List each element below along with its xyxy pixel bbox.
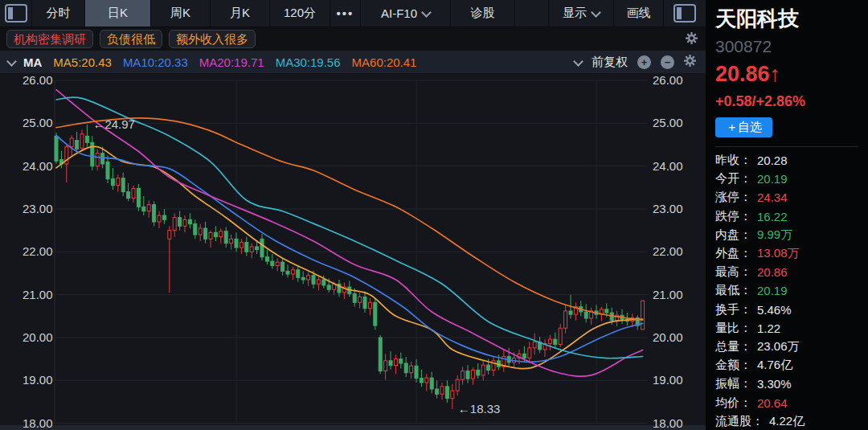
- stat-label: 最低：: [715, 283, 751, 298]
- svg-text:18.00: 18.00: [23, 416, 53, 430]
- stat-label: 最高：: [715, 264, 751, 280]
- quote-side-panel: 天阳科技 300872 20.86↑ +0.58/+2.86% ＋自选 昨收：2…: [706, 0, 868, 430]
- stat-row: 今开：20.19: [715, 170, 868, 188]
- svg-text:19.00: 19.00: [653, 373, 683, 387]
- stat-row: 跌停：16.22: [715, 207, 868, 226]
- adjust-mode-selector[interactable]: 前复权: [592, 55, 628, 70]
- tab-daily-k[interactable]: 日K: [85, 0, 151, 27]
- stat-value: 1.22: [757, 321, 780, 335]
- stat-value: 4.22亿: [769, 414, 805, 429]
- display-options-button[interactable]: 显示: [548, 0, 614, 27]
- zoom-in-icon[interactable]: +: [637, 55, 651, 69]
- stat-value: 9.99万: [757, 227, 792, 243]
- ellipsis-icon: •••: [337, 6, 354, 20]
- ma5-legend: MA5:20.43: [53, 55, 112, 69]
- stat-value: 20.19: [757, 284, 788, 297]
- svg-text:22.00: 22.00: [23, 244, 53, 258]
- stat-row: 换手：5.46%: [715, 301, 868, 319]
- stat-value: 16.22: [757, 210, 788, 223]
- ma30-legend: MA30:19.56: [276, 55, 341, 69]
- tab-120min[interactable]: 120分: [270, 0, 330, 27]
- chevron-down-icon[interactable]: [573, 56, 583, 67]
- stat-value: 23.06万: [757, 339, 800, 354]
- svg-text:25.00: 25.00: [23, 116, 53, 129]
- stat-label: 换手：: [715, 302, 751, 317]
- stat-row: 内盘：9.99万: [715, 226, 868, 244]
- stat-label: 总量：: [715, 339, 751, 354]
- stat-row: 均价：20.64: [715, 393, 868, 412]
- kline-chart-canvas[interactable]: 26.0026.0025.0025.0024.0024.0023.0023.00…: [0, 72, 706, 430]
- stat-row: 金额：4.76亿: [715, 356, 868, 375]
- stat-label: 今开：: [715, 171, 751, 186]
- svg-text:19.00: 19.00: [23, 373, 53, 387]
- stat-value: 13.08万: [757, 246, 800, 261]
- stat-value: 24.34: [757, 190, 788, 204]
- stat-value: 3.30%: [757, 377, 792, 391]
- tab-weekly-k[interactable]: 周K: [151, 0, 211, 27]
- collapse-left-panel-button[interactable]: [0, 0, 32, 27]
- svg-text:20.00: 20.00: [23, 330, 53, 344]
- tab-minute-chart[interactable]: 分时: [32, 0, 85, 27]
- tags-settings-gear-icon[interactable]: [686, 32, 698, 47]
- stat-label: 昨收：: [715, 153, 751, 168]
- svg-text:22.00: 22.00: [653, 244, 683, 258]
- ai-f10-button[interactable]: AI-F10: [361, 0, 451, 27]
- ma-legend-bar: MA MA5:20.43 MA10:20.33 MA20:19.71 MA30:…: [0, 51, 706, 73]
- chart-region: 分时 日K 周K 月K 120分 ••• AI-F10 诊股 显示 画线: [0, 0, 706, 430]
- stat-label: 外盘：: [715, 246, 751, 261]
- svg-text:←18.33: ←18.33: [458, 402, 501, 416]
- stat-value: 20.86: [757, 265, 788, 279]
- stat-label: 流通股：: [715, 414, 764, 429]
- svg-text:21.00: 21.00: [23, 288, 53, 301]
- svg-text:25.00: 25.00: [653, 116, 683, 129]
- ma10-legend: MA10:20.33: [123, 55, 188, 69]
- chart-settings-gear-icon[interactable]: [684, 55, 696, 69]
- tag-low-debt[interactable]: 负债很低: [100, 30, 162, 48]
- tag-extra-income[interactable]: 额外收入很多: [169, 30, 256, 48]
- stat-label: 振幅：: [715, 376, 751, 391]
- stock-name: 天阳科技: [715, 5, 868, 33]
- svg-text:24.00: 24.00: [23, 159, 53, 173]
- stat-label: 涨停：: [715, 190, 751, 205]
- svg-text:23.00: 23.00: [653, 202, 683, 215]
- chevron-down-icon: [421, 7, 432, 18]
- diagnose-stock-button[interactable]: 诊股: [451, 0, 515, 27]
- svg-text:26.00: 26.00: [23, 73, 53, 87]
- stat-row: 涨停：24.34: [715, 188, 868, 207]
- divider: [715, 146, 858, 147]
- tab-monthly-k[interactable]: 月K: [211, 0, 270, 27]
- kline-chart[interactable]: 26.0026.0025.0025.0024.0024.0023.0023.00…: [0, 72, 706, 430]
- stats-list: 昨收：20.28今开：20.19涨停：24.34跌停：16.22内盘：9.99万…: [715, 151, 868, 430]
- panel-toggle-icon: [674, 4, 696, 23]
- stat-row: 最高：20.86: [715, 263, 868, 281]
- stat-row: 最低：20.19: [715, 281, 868, 300]
- svg-text:18.00: 18.00: [653, 416, 683, 430]
- stat-value: 4.76亿: [757, 358, 792, 373]
- stat-value: 5.46%: [757, 303, 792, 317]
- more-periods-button[interactable]: •••: [330, 0, 361, 27]
- svg-text:←24.97: ←24.97: [92, 117, 135, 131]
- stat-row: 昨收：20.28: [715, 151, 868, 170]
- tag-institution-research[interactable]: 机构密集调研: [6, 30, 93, 48]
- svg-text:23.00: 23.00: [23, 202, 53, 215]
- stat-value: 20.19: [757, 172, 788, 186]
- stat-row: 量比：1.22: [715, 319, 868, 338]
- chevron-down-icon[interactable]: [6, 56, 17, 67]
- stat-label: 内盘：: [715, 227, 751, 243]
- stat-row: 外盘：13.08万: [715, 244, 868, 263]
- ma-group-label: MA: [23, 55, 42, 69]
- stat-label: 金额：: [715, 358, 751, 373]
- stat-label: 跌停：: [715, 209, 751, 224]
- stock-tags-row: 机构密集调研 负债很低 额外收入很多: [0, 27, 706, 51]
- stock-app-window: 分时 日K 周K 月K 120分 ••• AI-F10 诊股 显示 画线: [0, 0, 868, 430]
- draw-line-button[interactable]: 画线: [614, 0, 664, 27]
- stat-row: 总量：23.06万: [715, 338, 868, 356]
- stat-value: 20.28: [757, 154, 788, 167]
- price-change: +0.58/+2.86%: [715, 93, 868, 110]
- stock-code: 300872: [715, 37, 868, 56]
- stat-label: 均价：: [715, 395, 751, 411]
- stat-label: 量比：: [715, 321, 751, 336]
- zoom-out-icon[interactable]: −: [661, 55, 674, 69]
- add-watchlist-button[interactable]: ＋自选: [715, 117, 772, 137]
- collapse-right-panel-button[interactable]: [664, 0, 706, 27]
